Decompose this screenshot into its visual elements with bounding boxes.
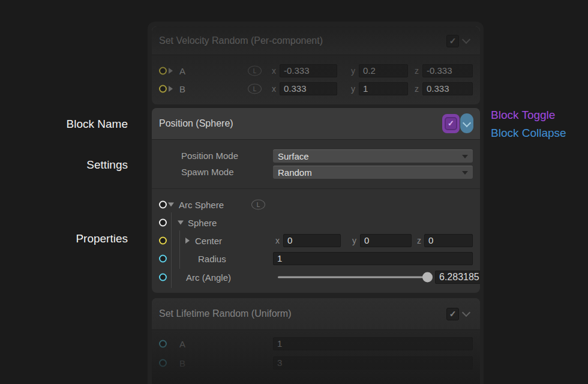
z-value-field[interactable]: -0.333 [422, 64, 473, 77]
axis-z-label: z [415, 66, 419, 76]
annotation-block-name: Block Name [0, 118, 128, 131]
block-header[interactable]: Position (Sphere) ✓ [152, 108, 480, 140]
property-row-b: B 3 [152, 355, 480, 371]
port-icon[interactable] [159, 255, 167, 263]
axis-z-label: z [415, 84, 419, 94]
indent-guide [171, 230, 172, 251]
position-mode-dropdown[interactable]: Surface [273, 149, 473, 163]
property-label: Arc (Angle) [186, 272, 231, 283]
block-title: Set Lifetime Random (Uniform) [159, 308, 292, 319]
local-space-icon[interactable]: L [248, 84, 262, 94]
axis-y-label: y [351, 84, 355, 94]
block-title: Set Velocity Random (Per-component) [159, 35, 323, 46]
block-header[interactable]: Set Velocity Random (Per-component) ✓ [152, 26, 480, 55]
dropdown-arrow-icon [462, 171, 468, 175]
annotation-block-collapse: Block Collapse [491, 127, 566, 140]
chevron-down-icon[interactable] [462, 35, 470, 44]
setting-label-position-mode: Position Mode [181, 149, 238, 163]
divider [152, 188, 480, 189]
axis-y-label: y [352, 236, 356, 245]
expander-arrow-icon[interactable] [169, 68, 173, 74]
port-icon[interactable] [159, 219, 167, 227]
block-set-lifetime-random: Set Lifetime Random (Uniform) ✓ A 1 B 3 [152, 298, 480, 384]
block-position-sphere: Position (Sphere) ✓ Position Mode Surfac… [152, 108, 480, 293]
x-value-field[interactable]: 0.333 [280, 82, 337, 95]
dropdown-value: Surface [278, 151, 309, 161]
chevron-down-icon [463, 119, 471, 127]
z-value-field[interactable]: 0 [424, 234, 473, 247]
y-value-field[interactable]: 0 [360, 234, 412, 247]
expander-arrow-icon[interactable] [178, 221, 184, 225]
setting-label-spawn-mode: Spawn Mode [181, 166, 234, 179]
spawn-mode-dropdown[interactable]: Random [273, 166, 473, 179]
port-icon[interactable] [159, 237, 167, 245]
annotation-properties: Properties [0, 232, 128, 245]
annotation-settings: Settings [0, 158, 128, 172]
arc-value-field[interactable]: 6.283185 [435, 271, 480, 284]
local-space-icon[interactable]: L [251, 200, 265, 210]
port-icon[interactable] [159, 67, 167, 75]
block-body: A L x -0.333 y 0.2 z -0.333 B L x 0.333 … [152, 55, 480, 104]
block-enable-checkbox[interactable]: ✓ [446, 308, 459, 320]
indent-guide [171, 248, 172, 269]
axis-z-label: z [417, 236, 421, 245]
vfx-block-inspector: Set Velocity Random (Per-component) ✓ A … [0, 0, 588, 384]
z-value-field[interactable]: 0.333 [422, 82, 473, 95]
y-value-field[interactable]: 0.2 [359, 64, 408, 77]
indent-guide [179, 230, 180, 251]
local-space-icon[interactable]: L [248, 66, 262, 76]
property-label: B [179, 84, 185, 94]
port-icon[interactable] [159, 340, 167, 348]
axis-x-label: x [272, 66, 276, 76]
property-label: Center [195, 236, 222, 246]
indent-guide [171, 212, 172, 233]
expander-arrow-icon[interactable] [185, 238, 190, 244]
property-row-a: A 1 [152, 336, 480, 352]
block-title: Position (Sphere) [159, 118, 233, 129]
property-row-sphere: Sphere [152, 214, 480, 232]
property-label: Radius [198, 254, 226, 264]
axis-x-label: x [275, 236, 280, 245]
port-icon[interactable] [159, 274, 167, 281]
axis-y-label: y [351, 66, 355, 76]
property-row-radius: Radius 1 [152, 250, 480, 268]
property-row-arc-angle: Arc (Angle) 6.283185 [152, 268, 480, 287]
block-enable-checkbox[interactable]: ✓ [446, 35, 459, 47]
port-icon[interactable] [159, 201, 167, 209]
block-body: A 1 B 3 [152, 330, 480, 384]
port-icon[interactable] [159, 85, 167, 93]
property-label: B [179, 358, 185, 368]
expander-arrow-icon[interactable] [169, 86, 173, 92]
arc-slider-track[interactable] [278, 277, 426, 278]
y-value-field[interactable]: 1 [359, 82, 408, 95]
dropdown-value: Random [278, 167, 312, 178]
indent-guide [171, 266, 172, 288]
x-value-field[interactable]: 0 [283, 234, 341, 247]
annotation-block-toggle: Block Toggle [491, 109, 555, 122]
property-row-arc-sphere: Arc Sphere L [152, 196, 480, 214]
indent-guide [179, 248, 180, 269]
a-value-field[interactable]: 1 [273, 337, 473, 350]
b-value-field[interactable]: 3 [273, 356, 473, 370]
arc-slider-handle[interactable] [422, 272, 433, 283]
block-set-velocity-random: Set Velocity Random (Per-component) ✓ A … [152, 26, 480, 104]
x-value-field[interactable]: -0.333 [280, 64, 337, 77]
property-label: Arc Sphere [179, 200, 224, 210]
property-row-center: Center x 0 y 0 z 0 [152, 232, 480, 250]
property-label: A [179, 66, 185, 76]
port-icon[interactable] [159, 359, 167, 367]
dropdown-arrow-icon [462, 155, 468, 158]
block-collapse-button[interactable] [460, 113, 473, 133]
block-toggle-button[interactable]: ✓ [442, 114, 460, 133]
check-icon: ✓ [445, 117, 457, 130]
property-row-a: A L x -0.333 y 0.2 z -0.333 [152, 63, 480, 79]
property-row-b: B L x 0.333 y 1 z 0.333 [152, 81, 480, 97]
block-header[interactable]: Set Lifetime Random (Uniform) ✓ [152, 298, 480, 330]
chevron-down-icon[interactable] [462, 308, 470, 317]
axis-x-label: x [272, 84, 276, 94]
block-body: Position Mode Surface Spawn Mode Random … [152, 140, 480, 293]
property-label: A [179, 339, 185, 349]
radius-value-field[interactable]: 1 [273, 252, 473, 265]
expander-arrow-icon[interactable] [168, 203, 174, 207]
property-label: Sphere [188, 218, 217, 228]
